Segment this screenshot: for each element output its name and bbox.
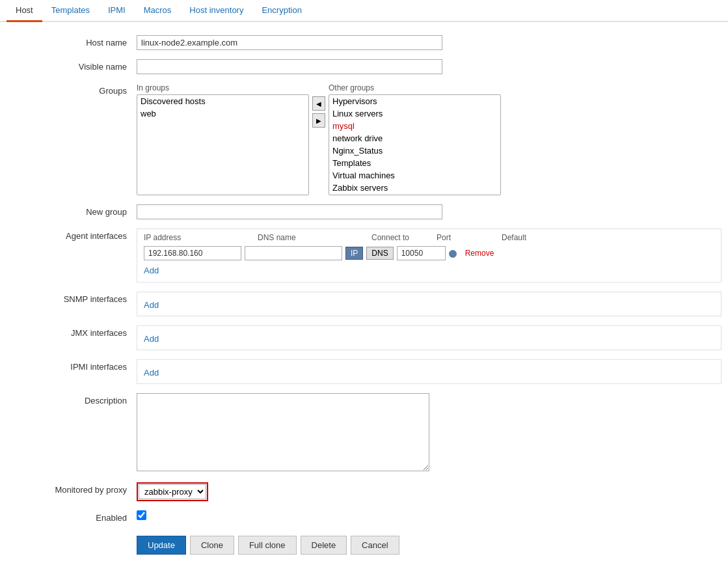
ip-address-input[interactable] [144, 246, 241, 260]
form-content: Host name Visible name Groups In groups [0, 22, 728, 565]
new-group-label: New group [7, 204, 137, 217]
new-group-input[interactable] [137, 204, 442, 219]
connect-to-col-header: Connect to [371, 233, 424, 242]
snmp-interfaces-section: Add [137, 292, 721, 316]
new-group-row: New group [7, 204, 721, 219]
enabled-field [137, 510, 721, 522]
in-groups-label: In groups [137, 83, 309, 92]
delete-button[interactable]: Delete [301, 536, 347, 555]
visible-name-row: Visible name [7, 59, 721, 74]
agent-interface-row-1: IP DNS Remove [144, 246, 714, 260]
other-groups-listbox[interactable]: Hypervisors Linux servers mysql network … [329, 94, 501, 195]
tab-host-inventory[interactable]: Host inventory [180, 0, 252, 22]
description-row: Description [7, 393, 721, 473]
connect-dns-btn[interactable]: DNS [366, 247, 393, 260]
tab-templates[interactable]: Templates [42, 0, 99, 22]
move-left-btn[interactable]: ◀ [312, 96, 325, 111]
tab-macros[interactable]: Macros [135, 0, 181, 22]
tab-bar: Host Templates IPMI Macros Host inventor… [0, 0, 728, 22]
ipmi-interfaces-row: IPMI interfaces Add [7, 359, 721, 384]
action-buttons: Update Clone Full clone Delete Cancel [7, 536, 721, 555]
in-groups-listbox[interactable]: Discovered hosts web [137, 94, 309, 195]
monitored-by-proxy-label: Monitored by proxy [7, 482, 137, 495]
snmp-add-link[interactable]: Add [144, 300, 159, 310]
ipmi-interfaces-field: Add [137, 359, 721, 384]
description-label: Description [7, 393, 137, 406]
tab-host[interactable]: Host [7, 0, 42, 22]
agent-interfaces-section: IP address DNS name Connect to Port Defa… [137, 228, 721, 282]
proxy-select-wrapper: (no proxy) zabbix-proxy [137, 482, 208, 501]
groups-field: In groups Discovered hosts web ◀ ▶ Other… [137, 83, 721, 195]
jmx-interfaces-row: JMX interfaces Add [7, 325, 721, 350]
host-name-field [137, 35, 721, 50]
jmx-add-link[interactable]: Add [144, 334, 159, 344]
visible-name-input[interactable] [137, 59, 442, 74]
monitored-by-proxy-row: Monitored by proxy (no proxy) zabbix-pro… [7, 482, 721, 501]
agent-add-row: Add [144, 263, 714, 275]
snmp-interfaces-label: SNMP interfaces [7, 292, 137, 304]
agent-add-link[interactable]: Add [144, 266, 159, 275]
ipmi-interfaces-section: Add [137, 359, 721, 384]
jmx-interfaces-field: Add [137, 325, 721, 350]
ipmi-add-link[interactable]: Add [144, 368, 159, 378]
connect-ip-btn[interactable]: IP [345, 247, 363, 260]
groups-row: Groups In groups Discovered hosts web ◀ [7, 83, 721, 195]
cancel-button[interactable]: Cancel [351, 536, 399, 555]
ipmi-interfaces-label: IPMI interfaces [7, 359, 137, 372]
host-name-row: Host name [7, 35, 721, 50]
other-groups-label: Other groups [329, 83, 501, 92]
remove-link[interactable]: Remove [465, 249, 494, 258]
description-textarea[interactable] [137, 393, 429, 471]
ip-address-col-header: IP address [144, 233, 245, 242]
description-field [137, 393, 721, 473]
agent-interfaces-label: Agent interfaces [7, 228, 137, 241]
enabled-label: Enabled [7, 510, 137, 523]
port-input[interactable] [397, 246, 446, 260]
other-groups-wrapper: Other groups Hypervisors Linux servers m… [329, 83, 501, 195]
jmx-interfaces-section: Add [137, 325, 721, 350]
update-button[interactable]: Update [137, 536, 186, 555]
agent-interfaces-row: Agent interfaces IP address DNS name Con… [7, 228, 721, 282]
enabled-checkbox[interactable] [137, 510, 146, 520]
agent-interfaces-header: IP address DNS name Connect to Port Defa… [144, 233, 714, 242]
groups-label: Groups [7, 83, 137, 96]
radio-dot-icon [449, 250, 457, 258]
proxy-select[interactable]: (no proxy) zabbix-proxy [139, 484, 206, 499]
host-name-label: Host name [7, 35, 137, 48]
tab-encryption[interactable]: Encryption [252, 0, 310, 22]
snmp-interfaces-field: Add [137, 292, 721, 316]
default-radio [449, 249, 459, 258]
page-wrapper: Host Templates IPMI Macros Host inventor… [0, 0, 728, 565]
dns-name-col-header: DNS name [258, 233, 358, 242]
agent-interfaces-field: IP address DNS name Connect to Port Defa… [137, 228, 721, 282]
tab-ipmi[interactable]: IPMI [99, 0, 135, 22]
host-name-input[interactable] [137, 35, 442, 50]
visible-name-label: Visible name [7, 59, 137, 72]
enabled-row: Enabled [7, 510, 721, 523]
default-col-header: Default [502, 233, 541, 242]
new-group-field [137, 204, 721, 219]
move-right-btn[interactable]: ▶ [312, 113, 325, 128]
groups-arrows: ◀ ▶ [309, 96, 329, 128]
in-groups-wrapper: In groups Discovered hosts web [137, 83, 309, 195]
groups-container: In groups Discovered hosts web ◀ ▶ Other… [137, 83, 721, 195]
port-col-header: Port [437, 233, 489, 242]
clone-button[interactable]: Clone [190, 536, 234, 555]
snmp-interfaces-row: SNMP interfaces Add [7, 292, 721, 316]
jmx-interfaces-label: JMX interfaces [7, 325, 137, 338]
monitored-by-proxy-field: (no proxy) zabbix-proxy [137, 482, 721, 501]
visible-name-field [137, 59, 721, 74]
full-clone-button[interactable]: Full clone [238, 536, 297, 555]
dns-name-input[interactable] [245, 246, 342, 260]
